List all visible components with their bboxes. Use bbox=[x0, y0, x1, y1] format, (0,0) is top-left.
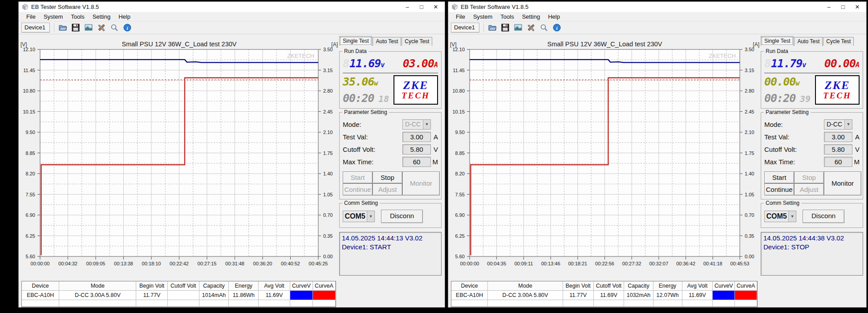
maximize-button[interactable]: □ bbox=[836, 2, 850, 12]
plot-area: ZKETECH bbox=[467, 48, 742, 260]
save-icon[interactable] bbox=[71, 23, 80, 32]
menu-item[interactable]: Setting bbox=[518, 13, 544, 20]
mode-select[interactable]: D-CC▼ bbox=[824, 119, 852, 130]
open-file-icon[interactable] bbox=[58, 23, 67, 32]
stop-button[interactable]: Stop bbox=[794, 171, 824, 183]
search-icon[interactable] bbox=[539, 23, 548, 32]
test-val-field[interactable]: 3.00 bbox=[402, 132, 431, 142]
app-window-left: EB Tester Software V1.8.5 – □ ✕ FileSyst… bbox=[18, 1, 445, 308]
device-tab[interactable]: Device1 bbox=[21, 23, 50, 33]
title-bar[interactable]: EB Tester Software V1.8.5 – □ ✕ bbox=[19, 2, 445, 12]
axis-tick-label: 00:45:25 bbox=[309, 261, 328, 266]
window-title: EB Tester Software V1.8.5 bbox=[461, 4, 822, 10]
disconnect-button[interactable]: Disconn bbox=[803, 210, 844, 223]
tab-auto-test[interactable]: Auto Test bbox=[794, 37, 823, 46]
menu-item[interactable]: File bbox=[22, 13, 40, 20]
mode-select[interactable]: D-CC▼ bbox=[402, 119, 431, 130]
monitor-button[interactable]: Monitor bbox=[824, 171, 861, 195]
axis-tick-label: 12.10 bbox=[23, 47, 35, 52]
chart-watermark: ZKETECH bbox=[709, 53, 736, 59]
axis-tick-label: 11.45 bbox=[23, 68, 35, 73]
chart-watermark: ZKETECH bbox=[287, 53, 314, 59]
chevron-down-icon: ▼ bbox=[367, 211, 374, 222]
com-port-select[interactable]: COM5▼ bbox=[343, 211, 375, 222]
start-button[interactable]: Start bbox=[764, 171, 794, 183]
axis-tick-label: 0.70 bbox=[745, 212, 754, 218]
time-axis-labels: 00:00:0000:04:3500:09:1100:13:4600:18:21… bbox=[467, 260, 742, 268]
com-port-select[interactable]: COM5▼ bbox=[764, 211, 796, 222]
chart-title: Small PSU 12V 36W_C_Load test 230V bbox=[37, 41, 321, 48]
stop-button[interactable]: Stop bbox=[373, 171, 402, 183]
adjust-button[interactable]: Adjust bbox=[794, 183, 824, 195]
continue-button[interactable]: Continue bbox=[343, 183, 373, 195]
tab-single-test[interactable]: Single Test bbox=[761, 36, 794, 46]
menu-bar: FileSystemToolsSettingHelp bbox=[448, 12, 866, 21]
tab-cycle-test[interactable]: Cycle Test bbox=[823, 37, 854, 46]
results-cell: 1032mAh bbox=[624, 291, 653, 300]
main-area: [V] Small PSU 12V 36W_C_Load test 230V [… bbox=[19, 34, 445, 307]
monitor-button[interactable]: Monitor bbox=[402, 171, 440, 195]
tools-icon[interactable] bbox=[97, 23, 106, 32]
results-cell bbox=[290, 291, 313, 300]
search-icon[interactable] bbox=[110, 23, 119, 32]
menu-item[interactable]: File bbox=[452, 13, 469, 20]
tab-auto-test[interactable]: Auto Test bbox=[373, 37, 401, 46]
tab-cycle-test[interactable]: Cycle Test bbox=[402, 37, 432, 46]
cutoff-volt-field[interactable]: 5.80 bbox=[402, 144, 431, 154]
axis-tick-label: 7.55 bbox=[26, 192, 35, 197]
axis-tick-label: 0.00 bbox=[745, 254, 754, 259]
max-time-field[interactable]: 60 bbox=[402, 157, 431, 167]
save-icon[interactable] bbox=[501, 23, 510, 32]
info-icon[interactable]: i bbox=[123, 23, 132, 32]
start-button[interactable]: Start bbox=[343, 171, 373, 183]
axis-tick-label: 00:18:21 bbox=[568, 261, 587, 266]
menu-item[interactable]: Help bbox=[544, 13, 564, 20]
cutoff-volt-field[interactable]: 5.80 bbox=[824, 144, 852, 154]
axis-tick-label: 1.75 bbox=[323, 150, 333, 156]
max-time-field[interactable]: 60 bbox=[824, 157, 852, 167]
zketech-logo: ZKE TECH bbox=[393, 75, 438, 105]
results-header-cell: Energy bbox=[653, 281, 682, 291]
chart-title: Small PSU 12V 36W_C_Load test 230V bbox=[467, 41, 742, 48]
export-image-icon[interactable] bbox=[84, 23, 93, 32]
axis-tick-label: 00:13:46 bbox=[541, 261, 560, 266]
tab-single-test[interactable]: Single Test bbox=[339, 36, 372, 46]
axis-tick-label: 6.90 bbox=[26, 212, 35, 218]
menu-item[interactable]: Tools bbox=[496, 13, 518, 20]
disconnect-button[interactable]: Disconn bbox=[381, 210, 423, 223]
continue-button[interactable]: Continue bbox=[764, 183, 794, 195]
load-test-chart: 12.1011.4510.8010.159.508.858.207.556.90… bbox=[20, 48, 338, 260]
axis-tick-label: 1.05 bbox=[745, 192, 754, 197]
results-header-cell: Device bbox=[451, 281, 488, 291]
menu-item[interactable]: Tools bbox=[67, 13, 88, 20]
axis-tick-label: 1.75 bbox=[745, 150, 754, 156]
tools-icon[interactable] bbox=[527, 23, 535, 32]
adjust-button[interactable]: Adjust bbox=[373, 183, 402, 195]
results-cell: D-CC 3.00A 5.80V bbox=[59, 291, 136, 300]
chart-column: [V] Small PSU 12V 36W_C_Load test 230V [… bbox=[448, 34, 760, 307]
cutoff-volt-unit: V bbox=[431, 146, 438, 153]
export-image-icon[interactable] bbox=[514, 23, 523, 32]
minimize-button[interactable]: – bbox=[822, 2, 836, 12]
test-val-field[interactable]: 3.00 bbox=[824, 132, 852, 142]
close-button[interactable]: ✕ bbox=[850, 2, 864, 12]
close-button[interactable]: ✕ bbox=[429, 2, 443, 12]
maximize-button[interactable]: □ bbox=[414, 2, 429, 12]
menu-item[interactable]: Help bbox=[114, 13, 134, 20]
menu-item[interactable]: Setting bbox=[89, 13, 114, 20]
minimize-button[interactable]: – bbox=[400, 2, 414, 12]
run-data-group: Run Data 11.79v 00.00A 00.00w 00:20 39 bbox=[761, 51, 863, 109]
device-tab[interactable]: Device1 bbox=[451, 23, 479, 33]
comm-legend: Comm Setting bbox=[342, 200, 380, 206]
results-cell bbox=[313, 291, 336, 300]
title-bar[interactable]: EB Tester Software V1.8.5 – □ ✕ bbox=[448, 2, 866, 12]
power-readout: 00.00w bbox=[764, 75, 812, 88]
menu-item[interactable]: System bbox=[40, 13, 67, 20]
menu-item[interactable]: System bbox=[469, 13, 496, 20]
axis-tick-label: 1.40 bbox=[323, 171, 333, 176]
results-cell: 11.86Wh bbox=[229, 291, 259, 300]
test-val-unit: A bbox=[852, 133, 860, 141]
open-file-icon[interactable] bbox=[488, 23, 497, 32]
axis-tick-label: 00:40:52 bbox=[281, 261, 300, 266]
info-icon[interactable]: i bbox=[552, 23, 561, 32]
